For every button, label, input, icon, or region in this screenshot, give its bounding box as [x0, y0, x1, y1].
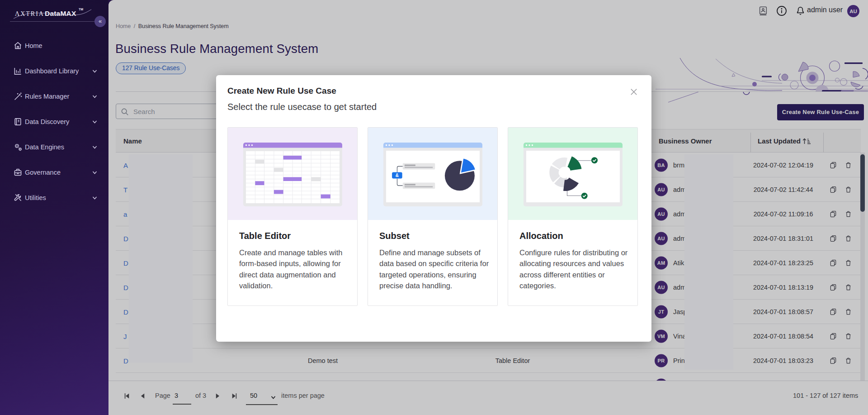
svg-text:ΛXTRIA: ΛXTRIA	[15, 10, 44, 17]
svg-text:&: &	[396, 173, 399, 178]
svg-text:DataMAX: DataMAX	[45, 10, 76, 17]
svg-text:TM: TM	[79, 8, 83, 11]
